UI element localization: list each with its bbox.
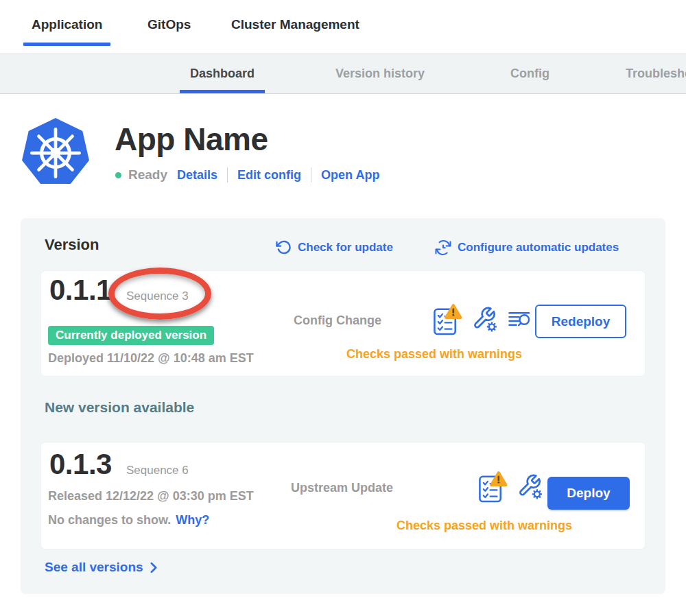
redeploy-button[interactable]: Redeploy [535, 305, 626, 338]
nav-item-label: Application [32, 17, 102, 32]
nav-item-gitops[interactable]: GitOps [139, 0, 199, 49]
auto-update-clock-icon [435, 239, 451, 256]
released-timestamp: Released 12/12/22 @ 03:30 pm EST [48, 489, 254, 504]
primary-nav: Application GitOps Cluster Management [0, 0, 686, 54]
warning-triangle-icon [446, 305, 461, 317]
nav-item-label: Cluster Management [231, 17, 359, 32]
wrench-gear-icon[interactable] [517, 473, 545, 501]
app-status-row: Ready Details Edit config Open App [115, 167, 379, 182]
checks-status-text: Checks passed with warnings [346, 347, 522, 362]
configure-automatic-updates-label: Configure automatic updates [458, 241, 619, 254]
tab-troubleshoot[interactable]: Troubleshoot [615, 54, 686, 93]
tab-dashboard[interactable]: Dashboard [180, 54, 265, 93]
divider [311, 167, 311, 182]
deployed-badge: Currently deployed version [48, 326, 214, 345]
version-source: Config Change [294, 313, 381, 328]
nav-item-label: GitOps [147, 17, 191, 32]
version-sequence: Sequence 6 [126, 464, 189, 477]
tab-label: Version history [335, 67, 425, 81]
version-sequence: Sequence 3 [126, 289, 189, 303]
tab-label: Dashboard [190, 67, 255, 81]
tab-label: Config [510, 67, 549, 81]
configure-automatic-updates-link[interactable]: Configure automatic updates [435, 239, 619, 256]
refresh-icon [276, 239, 292, 255]
diff-view-icon[interactable] [508, 310, 531, 329]
nav-item-application[interactable]: Application [23, 0, 110, 49]
edit-config-link[interactable]: Edit config [237, 168, 301, 182]
kubernetes-logo [21, 117, 91, 187]
version-source: Upstream Update [291, 481, 393, 495]
tab-label: Troubleshoot [626, 67, 686, 81]
version-check-icons [477, 470, 545, 504]
why-link[interactable]: Why? [176, 513, 209, 528]
checks-status-text: Checks passed with warnings [397, 519, 572, 533]
nav-item-cluster-management[interactable]: Cluster Management [223, 0, 368, 49]
tab-version-history[interactable]: Version history [325, 54, 435, 93]
page-title: App Name [115, 121, 268, 158]
chevron-right-icon [150, 562, 158, 573]
divider [227, 167, 228, 182]
version-panel-title: Version [45, 236, 99, 254]
app-subnav: Dashboard Version history Config Trouble… [0, 54, 686, 94]
preflight-checklist-icon[interactable] [432, 303, 463, 337]
version-panel: Version Check for update Configure autom… [21, 218, 665, 594]
see-all-versions-link[interactable]: See all versions [45, 560, 158, 575]
see-all-versions-label: See all versions [45, 560, 143, 575]
open-app-link[interactable]: Open App [321, 168, 379, 182]
available-version-card: 0.1.3 Sequence 6 Released 12/12/22 @ 03:… [41, 442, 645, 549]
no-changes-text: No changes to show. [48, 513, 171, 528]
version-number: 0.1.1 [49, 274, 112, 307]
status-text: Ready [128, 167, 167, 182]
deployed-timestamp: Deployed 11/10/22 @ 10:48 am EST [48, 351, 254, 366]
deploy-button[interactable]: Deploy [547, 477, 630, 510]
status-dot [115, 172, 121, 178]
warning-triangle-icon [491, 472, 506, 484]
preflight-checklist-icon[interactable] [477, 471, 508, 504]
active-tab-underline [23, 43, 110, 46]
active-tab-underline [180, 90, 265, 93]
version-number: 0.1.3 [49, 448, 112, 481]
wrench-gear-icon[interactable] [472, 306, 499, 333]
version-check-icons [432, 303, 531, 337]
no-changes-row: No changes to show. Why? [48, 513, 209, 528]
check-for-update-link[interactable]: Check for update [276, 239, 393, 255]
details-link[interactable]: Details [177, 168, 217, 182]
new-version-heading: New version available [45, 399, 194, 416]
deployed-version-card: 0.1.1 Sequence 3 Currently deployed vers… [41, 271, 645, 376]
check-for-update-label: Check for update [298, 241, 393, 254]
tab-config[interactable]: Config [500, 54, 560, 93]
